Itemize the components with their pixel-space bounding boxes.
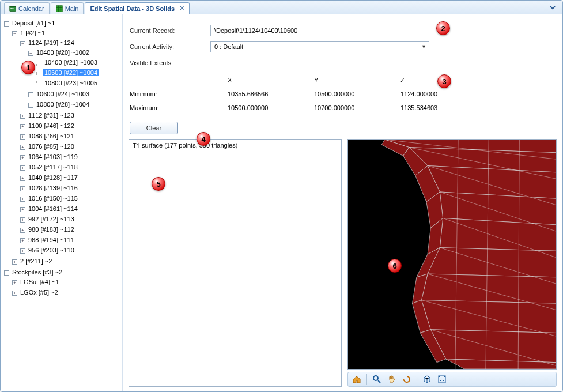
expander-icon[interactable] bbox=[20, 176, 25, 181]
expander-icon[interactable] bbox=[4, 21, 9, 27]
tab-bar: Calendar Main Edit Spatial Data - 3D Sol… bbox=[1, 1, 562, 14]
expander-icon[interactable] bbox=[12, 259, 17, 265]
tree-node[interactable]: 992 [#172] ~113 bbox=[27, 216, 75, 223]
tree-node[interactable]: 968 [#194] ~111 bbox=[27, 236, 75, 243]
expander-icon[interactable] bbox=[20, 114, 25, 119]
tree-node[interactable]: 1 [#2] ~1 bbox=[19, 29, 46, 36]
magnifier-icon[interactable] bbox=[372, 374, 382, 385]
tree-node-selected[interactable]: 10600 [#22] ~1004 bbox=[43, 69, 99, 76]
tree-node[interactable]: LGOx [#5] ~2 bbox=[19, 289, 59, 296]
tree-node[interactable]: 10800 [#23] ~1005 bbox=[43, 80, 99, 86]
expander-icon[interactable] bbox=[20, 155, 25, 160]
lower-panels: Tri-surface (177 points, 350 triangles) bbox=[129, 139, 557, 387]
extents-header-z: Z bbox=[383, 77, 470, 84]
surface-list-item[interactable]: Tri-surface (177 points, 350 triangles) bbox=[133, 142, 338, 149]
visible-extents-label: Visible Extents bbox=[130, 59, 210, 66]
tree-node[interactable]: 1064 [#103] ~119 bbox=[27, 153, 79, 160]
clear-button[interactable]: Clear bbox=[130, 122, 178, 134]
svg-marker-13 bbox=[421, 300, 556, 333]
3d-viewer[interactable] bbox=[347, 139, 557, 370]
svg-rect-3 bbox=[12, 8, 13, 9]
expander-icon[interactable] bbox=[28, 92, 33, 97]
tab-calendar[interactable]: Calendar bbox=[4, 2, 50, 14]
content-area: Deposit [#1] ~1 1 [#2] ~1 1124 [#19] ~12… bbox=[1, 14, 562, 391]
tree-node[interactable]: 2 [#211] ~2 bbox=[19, 258, 53, 265]
tree-node[interactable]: LGSul [#4] ~1 bbox=[19, 278, 61, 285]
tree-node[interactable]: 1004 [#161] ~114 bbox=[27, 205, 79, 212]
record-tree[interactable]: Deposit [#1] ~1 1 [#2] ~1 1124 [#19] ~12… bbox=[1, 14, 123, 391]
current-activity-value: 0 : Default bbox=[214, 43, 243, 50]
current-activity-label: Current Activity: bbox=[130, 43, 210, 50]
editor-pane: Current Record: Current Activity: 0 : De… bbox=[123, 14, 562, 391]
expander-icon[interactable] bbox=[12, 31, 17, 36]
tree-node[interactable]: 10400 [#21] ~1003 bbox=[43, 59, 99, 66]
tree-node-stockpiles[interactable]: Stockpiles [#3] ~2 bbox=[11, 269, 63, 276]
expander-icon[interactable] bbox=[20, 41, 25, 46]
svg-rect-2 bbox=[10, 8, 12, 9]
maximum-label: Maximum: bbox=[130, 104, 210, 111]
max-z-value: 1135.534603 bbox=[383, 104, 470, 111]
max-x-value: 10500.000000 bbox=[210, 104, 297, 111]
viewer-toolbar bbox=[347, 372, 557, 387]
rotate-icon[interactable] bbox=[402, 374, 412, 385]
box-icon[interactable] bbox=[422, 374, 432, 385]
calendar-icon bbox=[9, 5, 16, 12]
tree-node[interactable]: 1112 [#31] ~123 bbox=[27, 112, 75, 119]
expander-icon[interactable] bbox=[20, 186, 25, 191]
expander-icon[interactable] bbox=[20, 248, 25, 254]
max-y-value: 10700.000000 bbox=[297, 104, 383, 111]
tab-calendar-label: Calendar bbox=[18, 5, 44, 12]
svg-marker-11 bbox=[428, 248, 556, 277]
surface-list-panel[interactable]: Tri-surface (177 points, 350 triangles) bbox=[129, 139, 342, 387]
tab-editor[interactable]: Edit Spatial Data - 3D Solids ✕ bbox=[85, 2, 190, 14]
tab-overflow-menu[interactable] bbox=[549, 3, 557, 12]
expander-icon[interactable] bbox=[20, 238, 25, 243]
expander-icon[interactable] bbox=[20, 134, 25, 140]
tree-node[interactable]: 980 [#183] ~112 bbox=[27, 226, 75, 233]
tree-node[interactable]: 10600 [#24] ~1003 bbox=[35, 91, 90, 97]
record-form: Current Record: Current Activity: 0 : De… bbox=[129, 19, 557, 116]
tree-node[interactable]: 1088 [#66] ~121 bbox=[27, 133, 75, 140]
tree-node[interactable]: 1028 [#139] ~116 bbox=[27, 184, 79, 191]
min-z-value: 1124.000000 bbox=[383, 91, 470, 97]
expander-icon[interactable] bbox=[20, 217, 25, 223]
grid-icon bbox=[56, 5, 63, 12]
expander-icon[interactable] bbox=[28, 103, 33, 108]
mesh-icon bbox=[348, 140, 556, 369]
min-y-value: 10500.000000 bbox=[297, 91, 383, 97]
hand-icon[interactable] bbox=[387, 374, 397, 385]
house-icon[interactable] bbox=[352, 374, 362, 385]
tree-node[interactable]: 1100 [#46] ~122 bbox=[27, 122, 75, 129]
tree-node[interactable]: 10800 [#28] ~1004 bbox=[35, 101, 90, 108]
tree-node[interactable]: 956 [#203] ~110 bbox=[27, 247, 75, 254]
current-record-input[interactable] bbox=[210, 25, 429, 36]
svg-marker-12 bbox=[421, 274, 556, 303]
expander-icon[interactable] bbox=[20, 145, 25, 150]
expander-icon[interactable] bbox=[28, 51, 33, 56]
expander-icon[interactable] bbox=[20, 197, 25, 202]
expander-icon[interactable] bbox=[20, 165, 25, 171]
tree-node-deposit[interactable]: Deposit [#1] ~1 bbox=[11, 20, 56, 27]
expander-icon[interactable] bbox=[4, 270, 9, 276]
expander-icon[interactable] bbox=[12, 280, 17, 285]
minimum-label: Minimum: bbox=[130, 91, 210, 97]
tree-node[interactable]: 1040 [#128] ~117 bbox=[27, 174, 79, 181]
svg-marker-14 bbox=[430, 330, 556, 363]
expander-icon[interactable] bbox=[20, 228, 25, 233]
tree-node[interactable]: 1124 [#19] ~124 bbox=[27, 39, 75, 46]
tree-node[interactable]: 1076 [#85] ~120 bbox=[27, 143, 75, 150]
tree-node[interactable]: 1016 [#150] ~115 bbox=[27, 195, 79, 202]
tab-main[interactable]: Main bbox=[51, 2, 84, 14]
svg-rect-4 bbox=[56, 5, 62, 12]
tree-node[interactable]: 10400 [#20] ~1002 bbox=[35, 49, 90, 56]
viewer-column bbox=[347, 139, 557, 387]
svg-rect-1 bbox=[10, 6, 16, 7]
fit-icon[interactable] bbox=[437, 374, 447, 385]
expander-icon[interactable] bbox=[12, 291, 17, 296]
expander-icon[interactable] bbox=[20, 124, 25, 129]
expander-icon[interactable] bbox=[20, 207, 25, 212]
current-activity-combo[interactable]: 0 : Default ▼ bbox=[210, 41, 429, 52]
min-x-value: 10355.686566 bbox=[210, 91, 297, 97]
close-icon[interactable]: ✕ bbox=[179, 5, 184, 12]
tree-node[interactable]: 1052 [#117] ~118 bbox=[27, 164, 79, 171]
